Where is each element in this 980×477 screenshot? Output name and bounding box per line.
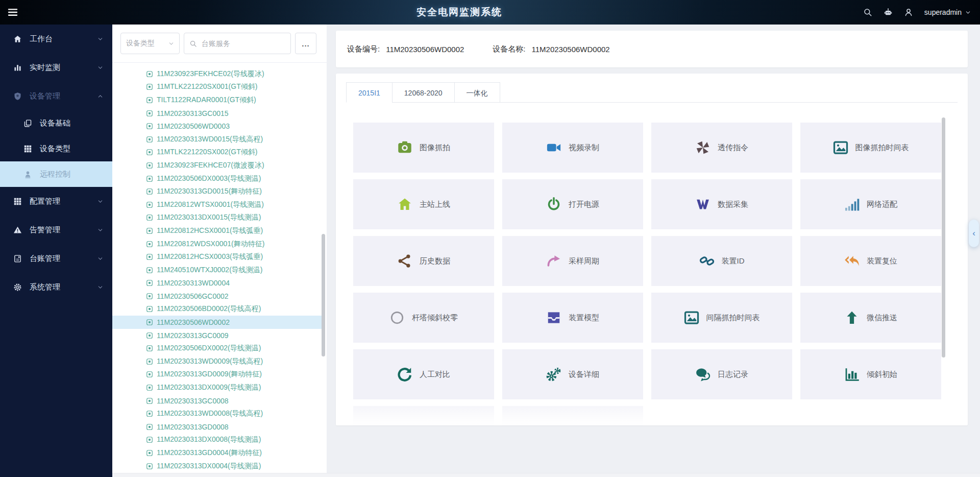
target-icon [146,123,153,130]
refresh-icon [397,367,412,382]
sidebar-item-realtime-monitor[interactable]: 实时监测 [0,53,112,82]
device-list-item[interactable]: 11M20230313WD0008(导线高程) [112,407,322,420]
command-share-button[interactable]: 历史数据 [353,236,494,286]
device-list-item-label: 11M20230313GD0008 [157,423,229,431]
menu-fold-icon[interactable] [7,7,18,18]
device-list-item-label: 11M220812WTSX0001(导线测温) [157,200,264,209]
device-list-item[interactable]: 11M230923FEKHCE07(微波覆冰) [112,159,322,172]
device-list-item[interactable]: 11M20230506WD0003 [112,120,322,133]
sidebar-item-label: 实时监测 [30,63,97,73]
command-video-button[interactable]: 视频录制 [502,123,643,173]
command-camera-button[interactable]: 图像抓拍 [353,123,494,173]
command-label: 采样周期 [569,256,599,266]
target-icon [146,227,153,234]
device-list-item[interactable]: 11M20230506GC0002 [112,290,322,303]
device-list-item[interactable]: 11M20230313DX0015(导线测温) [112,211,322,225]
sidebar-item-remote-control[interactable]: 远程控制 [0,161,112,187]
device-list-item[interactable]: 11M220812HCSX0001(导线弧垂) [112,224,322,237]
command-circle-button[interactable]: 杆塔倾斜校零 [353,293,494,343]
device-list-item[interactable]: 11M20230506DX0003(导线测温) [112,172,322,185]
sidebar-item-device-base[interactable]: 设备基础 [0,110,112,136]
command-label: 日志记录 [718,370,748,379]
device-list-item[interactable]: 11M20230313GC0009 [112,329,322,342]
power-icon [546,197,561,212]
collapse-panel-button[interactable]: ‹ [969,220,979,247]
device-list-item[interactable]: 11M20230506DX0002(导线测温) [112,342,322,355]
device-type-select[interactable]: 设备类型 [120,33,180,54]
device-type-select-label: 设备类型 [126,39,155,48]
device-list-item[interactable]: 11M20230313GD0008 [112,420,322,434]
device-list-item[interactable]: 11MTLK221220SX001(GT倾斜) [112,81,322,94]
inbox-icon [546,310,561,325]
sidebar-item-workbench[interactable]: 工作台 [0,25,112,53]
command-label: 装置模型 [569,313,599,323]
command-comments-button[interactable]: 日志记录 [651,349,792,399]
tab-2015I1[interactable]: 2015I1 [346,82,393,103]
sidebar-item-system-management[interactable]: 系统管理 [0,273,112,301]
device-list-item[interactable]: 11M20230506BD0002(导线高程) [112,303,322,316]
device-list-item[interactable]: 11M20230313GD0004(舞动特征) [112,446,322,460]
user-menu[interactable]: superadmin [924,8,971,16]
device-no-label: 设备编号: [347,44,380,54]
sidebar-submenu: 设备基础设备类型远程控制 [0,110,112,187]
sidebar-item-device-type[interactable]: 设备类型 [0,136,112,161]
command-picture-button[interactable]: 图像抓拍时间表 [800,123,941,173]
command-picture-button[interactable]: 间隔抓拍时间表 [651,293,792,343]
command-redo-button[interactable]: 采样周期 [502,236,643,286]
picture-icon [833,140,848,155]
device-list-item[interactable]: 11M20230313DX0008(导线测温) [112,434,322,447]
search-icon[interactable] [863,8,872,17]
device-list-item[interactable]: 11M230923FEKHCE02(导线覆冰) [112,67,322,81]
target-icon [146,371,153,378]
command-grid-scrollbar[interactable] [942,117,945,357]
device-list-item[interactable]: TILT1122RADAR0001(GT倾斜) [112,93,322,107]
command-power-button[interactable]: 打开电源 [502,179,643,229]
device-list-item-label: 11M20230313DX0015(导线测温) [157,213,261,222]
device-list-item[interactable]: 11M20230313GD0015(舞动特征) [112,185,322,198]
command-pinwheel-button[interactable]: 透传指令 [651,123,792,173]
command-inbox-button[interactable]: 装置模型 [502,293,643,343]
device-list-item[interactable]: 11M20230313DX0004(导线测温) [112,460,322,473]
sidebar-item-alarm-management[interactable]: 告警管理 [0,216,112,244]
device-search-input[interactable] [201,39,285,48]
command-arrow-up-button[interactable]: 微信推送 [800,293,941,343]
device-list-item[interactable]: 11M20230313WD0009(导线高程) [112,355,322,368]
device-list-item[interactable]: 11M20230313GC0015 [112,107,322,120]
more-options-button[interactable]: ... [295,33,316,54]
command-home-button[interactable]: 主站上线 [353,179,494,229]
device-list-item[interactable]: 11M20230313GC0008 [112,394,322,408]
chart-bar-icon [13,63,22,72]
device-list-item[interactable]: 11M20230313WD0015(导线高程) [112,133,322,146]
command-link-button[interactable]: 装置ID [651,236,792,286]
command-partial-cell[interactable] [353,406,494,425]
device-list-item[interactable]: 11M240510WTXJ0002(导线测温) [112,264,322,277]
sidebar-item-device-management[interactable]: 设备管理 [0,82,112,110]
sidebar-item-ledger-management[interactable]: 台账管理 [0,244,112,273]
device-list-scrollbar[interactable] [322,234,325,356]
device-list-item[interactable]: 11M220812HCSX0003(导线弧垂) [112,250,322,264]
command-signal-button[interactable]: 网络适配 [800,179,941,229]
device-no-value: 11M20230506WD0002 [386,45,464,54]
device-list-item[interactable]: 11M220812WDSX0001(舞动特征) [112,237,322,251]
tab-一体化[interactable]: 一体化 [454,82,500,103]
command-barchart-button[interactable]: 倾斜初始 [800,349,941,399]
command-reply-button[interactable]: 装置复位 [800,236,941,286]
command-grid: 图像抓拍视频录制透传指令图像抓拍时间表主站上线打开电源数据采集网络适配历史数据采… [353,123,941,425]
robot-icon[interactable] [884,8,893,17]
tab-12068-2020[interactable]: 12068-2020 [392,82,455,103]
device-list-item[interactable]: 11M20230313DX0009(导线测温) [112,381,322,394]
sidebar-item-config-management[interactable]: 配置管理 [0,187,112,216]
device-list-item[interactable]: 11M220812WTSX0001(导线测温) [112,198,322,211]
command-partial-cell[interactable] [502,406,643,425]
device-list-item[interactable]: 11M20230313WD0004 [112,277,322,290]
user-icon[interactable] [904,8,913,17]
chevron-down-icon [97,36,103,42]
video-icon [546,140,561,155]
device-list-item[interactable]: 11M20230506WD0002 [112,316,322,329]
command-gears-button[interactable]: 设备详细 [502,349,643,399]
command-refresh-button[interactable]: 人工对比 [353,349,494,399]
command-w-collect-button[interactable]: 数据采集 [651,179,792,229]
device-list-item[interactable]: 11M20230313GD0009(舞动特征) [112,368,322,381]
device-list-item[interactable]: 11MTLK221220SX002(GT倾斜) [112,146,322,159]
command-label: 装置复位 [867,256,897,266]
